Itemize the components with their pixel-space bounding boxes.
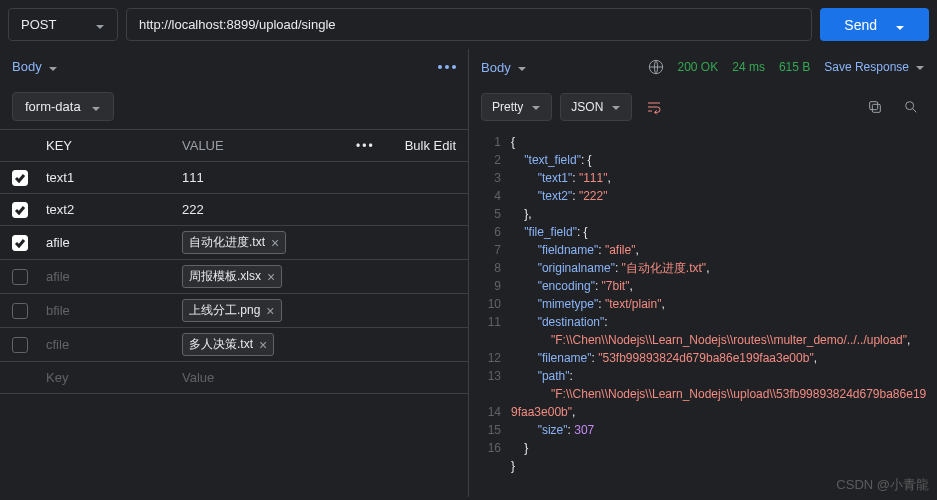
body-type-select[interactable]: form-data [12, 92, 114, 121]
more-options-icon[interactable] [438, 65, 456, 69]
tab-body-label: Body [12, 59, 42, 74]
tab-response-body[interactable]: Body [481, 60, 527, 75]
http-method-label: POST [21, 17, 56, 32]
columns-options-icon[interactable]: ••• [356, 139, 375, 153]
remove-file-icon[interactable]: × [259, 337, 267, 353]
form-data-table: KEY VALUE ••• Bulk Edit text1111text2222… [0, 129, 468, 394]
format-select[interactable]: JSON [560, 93, 632, 121]
svg-rect-1 [872, 104, 880, 112]
globe-icon[interactable] [648, 59, 664, 75]
tab-body[interactable]: Body [12, 59, 58, 74]
svg-point-3 [906, 102, 914, 110]
key-cell[interactable]: bfile [46, 303, 182, 318]
body-type-label: form-data [25, 99, 81, 114]
checkbox[interactable] [12, 170, 28, 186]
new-value-input[interactable]: Value [182, 370, 456, 385]
code-lines: { "text_field": { "text1": "111", "text2… [511, 133, 937, 497]
value-cell[interactable]: 上线分工.png× [182, 299, 456, 322]
bulk-edit-button[interactable]: Bulk Edit [405, 138, 456, 153]
remove-file-icon[interactable]: × [267, 269, 275, 285]
key-cell[interactable]: afile [46, 235, 182, 250]
request-topbar: POST Send [0, 0, 937, 49]
send-button[interactable]: Send [820, 8, 929, 41]
table-row: text1111 [0, 162, 468, 194]
checkbox[interactable] [12, 235, 28, 251]
remove-file-icon[interactable]: × [271, 235, 279, 251]
line-gutter: 12345678910111213141516 [469, 133, 511, 497]
request-panel: Body form-data KEY VALUE ••• Bulk Edit [0, 49, 469, 497]
header-key: KEY [46, 138, 182, 153]
header-value: VALUE [182, 138, 356, 153]
file-chip[interactable]: 上线分工.png× [182, 299, 282, 322]
save-response-button[interactable]: Save Response [824, 60, 925, 74]
svg-rect-2 [870, 102, 878, 110]
chevron-down-icon [95, 20, 105, 30]
search-icon[interactable] [897, 93, 925, 121]
table-row: cfile多人决策.txt× [0, 328, 468, 362]
response-code-view[interactable]: 12345678910111213141516 { "text_field": … [469, 129, 937, 497]
pretty-select[interactable]: Pretty [481, 93, 552, 121]
value-cell[interactable]: 周报模板.xlsx× [182, 265, 456, 288]
table-row: bfile上线分工.png× [0, 294, 468, 328]
key-cell[interactable]: afile [46, 269, 182, 284]
file-name: 多人决策.txt [189, 336, 253, 353]
send-button-label: Send [844, 17, 877, 33]
wrap-lines-icon[interactable] [640, 93, 668, 121]
chevron-down-icon [517, 62, 527, 72]
chevron-down-icon [48, 62, 58, 72]
chevron-down-icon [531, 102, 541, 112]
checkbox[interactable] [12, 269, 28, 285]
table-row: afile周报模板.xlsx× [0, 260, 468, 294]
response-panel: Body 200 OK 24 ms 615 B Save Response Pr… [469, 49, 937, 497]
table-row-new[interactable]: Key Value [0, 362, 468, 394]
value-cell[interactable]: 222 [182, 202, 456, 217]
status-size: 615 B [779, 60, 810, 74]
http-method-select[interactable]: POST [8, 8, 118, 41]
value-cell[interactable]: 自动化进度.txt× [182, 231, 456, 254]
file-name: 自动化进度.txt [189, 234, 265, 251]
checkbox[interactable] [12, 202, 28, 218]
table-header: KEY VALUE ••• Bulk Edit [0, 129, 468, 162]
format-label: JSON [571, 100, 603, 114]
save-response-label: Save Response [824, 60, 909, 74]
chevron-down-icon [611, 102, 621, 112]
checkbox[interactable] [12, 303, 28, 319]
key-cell[interactable]: text1 [46, 170, 182, 185]
file-chip[interactable]: 自动化进度.txt× [182, 231, 286, 254]
value-cell[interactable]: 111 [182, 170, 456, 185]
key-cell[interactable]: text2 [46, 202, 182, 217]
checkbox[interactable] [12, 337, 28, 353]
key-cell[interactable]: cfile [46, 337, 182, 352]
url-input[interactable] [126, 8, 812, 41]
value-cell[interactable]: 多人决策.txt× [182, 333, 456, 356]
chevron-down-icon [915, 62, 925, 72]
file-name: 周报模板.xlsx [189, 268, 261, 285]
chevron-down-icon [91, 102, 101, 112]
status-code: 200 OK [678, 60, 719, 74]
table-row: text2222 [0, 194, 468, 226]
tab-response-body-label: Body [481, 60, 511, 75]
status-time: 24 ms [732, 60, 765, 74]
new-key-input[interactable]: Key [46, 370, 182, 385]
copy-icon[interactable] [861, 93, 889, 121]
file-chip[interactable]: 周报模板.xlsx× [182, 265, 282, 288]
remove-file-icon[interactable]: × [266, 303, 274, 319]
chevron-down-icon [895, 20, 905, 30]
pretty-label: Pretty [492, 100, 523, 114]
table-row: afile自动化进度.txt× [0, 226, 468, 260]
file-name: 上线分工.png [189, 302, 260, 319]
file-chip[interactable]: 多人决策.txt× [182, 333, 274, 356]
